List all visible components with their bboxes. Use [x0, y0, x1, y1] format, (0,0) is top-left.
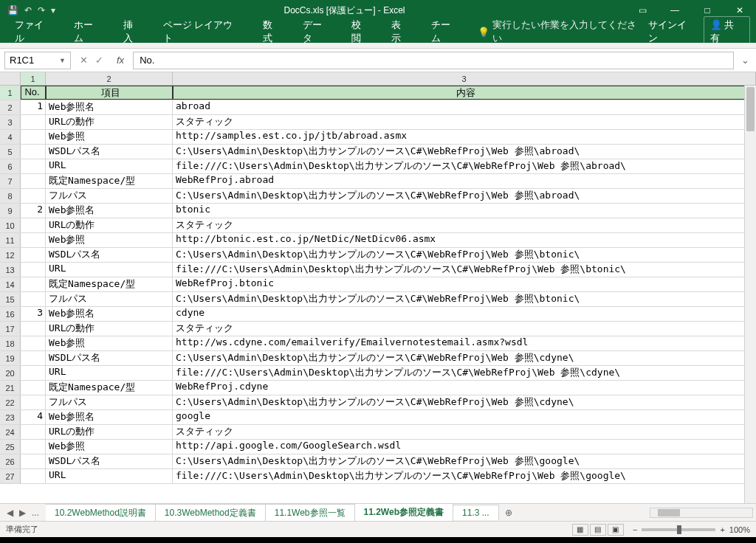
enter-icon[interactable]: ✓ [95, 55, 103, 66]
row-header[interactable]: 22 [0, 395, 21, 409]
cell-content[interactable]: C:\Users\Admin\Desktop\出力サンプルのソース\C#\Web… [173, 145, 756, 159]
row-header[interactable]: 1 [0, 86, 21, 100]
cell-item[interactable]: Web参照 [46, 336, 173, 350]
view-normal-icon[interactable]: ▦ [572, 524, 588, 536]
cell-no[interactable] [21, 248, 46, 262]
cell-no[interactable] [21, 159, 46, 173]
header-cell-content[interactable]: 内容 [173, 86, 756, 100]
formula-expand-icon[interactable]: ⌄ [738, 55, 752, 66]
cell-item[interactable]: 既定Namespace/型 [46, 174, 173, 188]
cell-item[interactable]: Web参照名 [46, 410, 173, 424]
cell-no[interactable] [21, 395, 46, 409]
cell-item[interactable]: URL [46, 366, 173, 380]
zoom-in-icon[interactable]: + [720, 525, 724, 534]
cell-no[interactable] [21, 440, 46, 454]
cell-content[interactable]: http://ws.cdyne.com/emailverify/Emailver… [173, 336, 756, 350]
cell-item[interactable]: WSDLパス名 [46, 351, 173, 365]
cell-content[interactable]: btonic [173, 204, 756, 218]
row-header[interactable]: 15 [0, 292, 21, 306]
signin-link[interactable]: サインイン [648, 18, 696, 45]
cell-content[interactable]: スタティック [173, 115, 756, 129]
cell-no[interactable] [21, 145, 46, 159]
row-header[interactable]: 14 [0, 277, 21, 291]
cell-item[interactable]: 既定Namespace/型 [46, 277, 173, 291]
cell-item[interactable]: URLの動作 [46, 115, 173, 129]
cell-item[interactable]: Web参照 [46, 233, 173, 247]
tell-me-box[interactable]: 💡 実行したい作業を入力してください [478, 18, 645, 45]
redo-icon[interactable]: ↷ [38, 5, 45, 15]
cell-content[interactable]: http://api.google.com/GoogleSearch.wsdl [173, 440, 756, 454]
row-header[interactable]: 5 [0, 145, 21, 159]
cell-no[interactable] [21, 263, 46, 277]
cell-item[interactable]: URLの動作 [46, 425, 173, 439]
sheet-nav-ellipsis[interactable]: ... [30, 508, 41, 518]
cell-item[interactable]: URL [46, 469, 173, 483]
col-header-2[interactable]: 2 [46, 72, 173, 85]
cell-content[interactable]: cdyne [173, 307, 756, 321]
row-header[interactable]: 16 [0, 307, 21, 321]
row-header[interactable]: 21 [0, 381, 21, 395]
sheet-tab-11-2[interactable]: 11.2Web参照定義書 [355, 503, 453, 522]
cell-no[interactable] [21, 174, 46, 188]
header-cell-item[interactable]: 項目 [46, 86, 173, 100]
cell-no[interactable] [21, 322, 46, 336]
vscroll-thumb[interactable] [746, 87, 755, 131]
fx-icon[interactable]: fx [112, 55, 128, 66]
horizontal-scrollbar[interactable] [650, 508, 753, 518]
header-cell-no[interactable]: No. [21, 86, 46, 100]
row-header[interactable]: 27 [0, 469, 21, 483]
cell-item[interactable]: Web参照名 [46, 204, 173, 218]
cell-item[interactable]: Web参照 [46, 440, 173, 454]
cell-no[interactable] [21, 115, 46, 129]
cell-item[interactable]: Web参照名 [46, 100, 173, 114]
cell-item[interactable]: 既定Namespace/型 [46, 381, 173, 395]
qat-dropdown-icon[interactable]: ▾ [51, 5, 55, 15]
cell-content[interactable]: file:///C:\Users\Admin\Desktop\出力サンプルのソー… [173, 469, 756, 483]
row-header[interactable]: 18 [0, 336, 21, 350]
cell-content[interactable]: C:\Users\Admin\Desktop\出力サンプルのソース\C#\Web… [173, 292, 756, 306]
cell-item[interactable]: WSDLパス名 [46, 145, 173, 159]
cell-content[interactable]: C:\Users\Admin\Desktop\出力サンプルのソース\C#\Web… [173, 454, 756, 468]
cell-no[interactable] [21, 292, 46, 306]
cell-no[interactable]: 1 [21, 100, 46, 114]
cell-no[interactable] [21, 469, 46, 483]
cell-content[interactable]: スタティック [173, 322, 756, 336]
sheet-tab-11-1[interactable]: 11.1Web参照一覧 [266, 504, 355, 522]
row-header[interactable]: 12 [0, 248, 21, 262]
cell-item[interactable]: WSDLパス名 [46, 454, 173, 468]
cell-content[interactable]: http://btonic.est.co.jp/NetDic/NetDicv06… [173, 233, 756, 247]
cell-content[interactable]: WebRefProj.abroad [173, 174, 756, 188]
cell-content[interactable]: http://samples.est.co.jp/jtb/abroad.asmx [173, 130, 756, 144]
row-header[interactable]: 4 [0, 130, 21, 144]
cell-item[interactable]: URL [46, 263, 173, 277]
col-header-3[interactable]: 3 [173, 72, 756, 85]
cell-no[interactable] [21, 130, 46, 144]
sheet-nav-next-icon[interactable]: ▶ [17, 508, 28, 518]
vertical-scrollbar[interactable] [744, 86, 756, 503]
name-box[interactable]: R1C1 ▼ [4, 52, 71, 69]
zoom-percent[interactable]: 100% [729, 525, 750, 534]
sheet-tab-10-2[interactable]: 10.2WebMethod説明書 [46, 504, 156, 522]
sheet-nav-prev-icon[interactable]: ◀ [4, 508, 16, 518]
save-icon[interactable]: 💾 [7, 5, 18, 15]
cell-item[interactable]: WSDLパス名 [46, 248, 173, 262]
cell-content[interactable]: WebRefProj.btonic [173, 277, 756, 291]
view-pagelayout-icon[interactable]: ▤ [590, 524, 606, 536]
row-header[interactable]: 3 [0, 115, 21, 129]
row-header[interactable]: 20 [0, 366, 21, 380]
col-header-1[interactable]: 1 [21, 72, 46, 85]
name-box-dropdown-icon[interactable]: ▼ [59, 57, 66, 64]
cell-content[interactable]: file:///C:\Users\Admin\Desktop\出力サンプルのソー… [173, 263, 756, 277]
grid-body[interactable]: 1 No. 項目 内容 21Web参照名abroad3URLの動作スタティック4… [0, 86, 756, 503]
cell-no[interactable] [21, 277, 46, 291]
row-header[interactable]: 11 [0, 233, 21, 247]
cell-content[interactable]: google [173, 410, 756, 424]
formula-input[interactable]: No. [133, 52, 734, 69]
cell-item[interactable]: URLの動作 [46, 218, 173, 232]
row-header[interactable]: 10 [0, 218, 21, 232]
cell-content[interactable]: C:\Users\Admin\Desktop\出力サンプルのソース\C#\Web… [173, 395, 756, 409]
cell-content[interactable]: C:\Users\Admin\Desktop\出力サンプルのソース\C#\Web… [173, 248, 756, 262]
cell-content[interactable]: C:\Users\Admin\Desktop\出力サンプルのソース\C#\Web… [173, 351, 756, 365]
row-header[interactable]: 7 [0, 174, 21, 188]
cell-no[interactable] [21, 189, 46, 203]
